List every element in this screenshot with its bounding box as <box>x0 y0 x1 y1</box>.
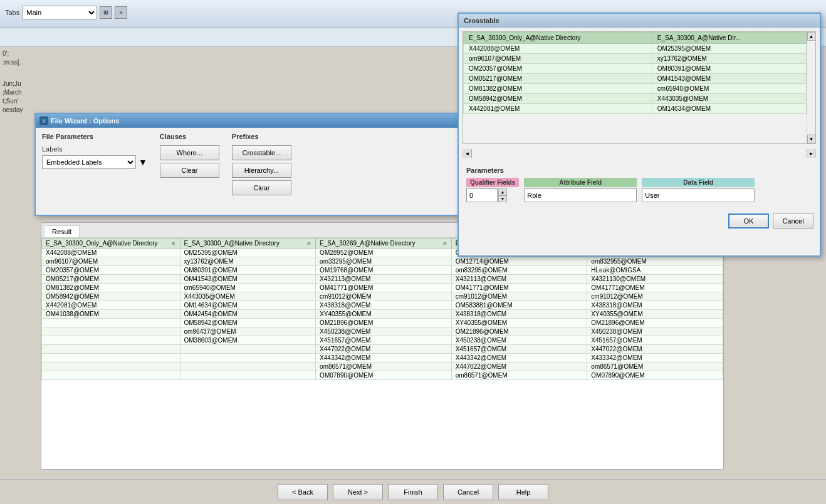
attribute-input[interactable] <box>524 188 637 202</box>
col-3-close[interactable]: ✕ <box>442 240 447 247</box>
left-text-area: 0'; :m:ss[. Jun;Ju ;March t;Sun' nesday <box>0 47 38 235</box>
crosstable-button[interactable]: Crosstable... <box>232 145 291 160</box>
table-cell: OM20357@OMEM <box>42 266 180 275</box>
scroll-up-btn[interactable]: ▲ <box>807 32 816 41</box>
table-cell: om33295@OMEM <box>316 257 452 266</box>
table-cell: OM21896@OMEM <box>316 319 452 327</box>
table-cell: om86571@OMEM <box>316 363 452 371</box>
table-cell <box>180 363 316 371</box>
table-cell: XY40355@OMEM <box>451 319 587 327</box>
cross-col-2: E_SA_30300_A@Native Dir... <box>652 33 806 44</box>
finish-button[interactable]: Finish <box>388 484 438 500</box>
table-cell: OM41771@OMEM <box>451 284 587 292</box>
data-field-label: Data Field <box>642 178 755 187</box>
table-cell: OM25395@OMEM <box>180 249 316 257</box>
spinner-up[interactable]: ▲ <box>498 188 507 195</box>
ok-button[interactable]: OK <box>728 213 769 229</box>
file-wizard-body: File Parameters Labels Embedded Labels ▼… <box>36 128 459 200</box>
next-button[interactable]: Next > <box>333 484 383 500</box>
cross-row: OM81382@OMEM cm65940@OMEM <box>464 84 807 94</box>
table-cell: X450238@OMEM <box>587 327 723 336</box>
file-wizard-title: File Wizard : Options <box>51 117 119 125</box>
text-line-2: :m:ss[. <box>3 58 35 67</box>
table-row: OM58942@OMEMX443035@OMEMcm91012@OMEMcm91… <box>42 292 723 301</box>
labels-dropdown-arrow[interactable]: ▼ <box>139 157 147 167</box>
cross-row: X442088@OMEM OM25395@OMEM <box>464 44 807 54</box>
crosstable-footer: OK Cancel <box>459 210 820 232</box>
file-parameters-section: File Parameters Labels Embedded Labels ▼ <box>42 133 147 195</box>
table-cell: xy13762@OMEM <box>180 257 316 266</box>
text-line-1: 0'; <box>3 49 35 58</box>
cross-cell: OM58942@OMEM <box>464 94 652 104</box>
qualifier-input[interactable] <box>466 188 498 202</box>
text-line-7: nesday <box>3 106 35 115</box>
table-cell: X432113@OMEM <box>451 275 587 284</box>
table-cell: OM41771@OMEM <box>316 284 452 292</box>
cross-table: E_SA_30300_Only_A@Native Directory E_SA_… <box>463 32 807 114</box>
table-cell: OM58942@OMEM <box>42 292 180 301</box>
table-cell <box>42 345 180 354</box>
crosstable-titlebar: Crosstable <box>459 14 820 28</box>
cross-cell: OM14634@OMEM <box>652 104 806 114</box>
wizard-icon: V <box>39 116 48 125</box>
scroll-down-btn[interactable]: ▼ <box>807 135 816 143</box>
table-cell: OM81382@OMEM <box>42 284 180 292</box>
help-button[interactable]: Help <box>498 484 548 500</box>
table-row: om86571@OMEMX447022@OMEMom86571@OMEM <box>42 363 723 371</box>
attribute-field-box: Attribute Field <box>524 178 637 202</box>
result-area: Result E_SA_30300_Only_A@Native Director… <box>41 222 724 470</box>
table-cell: om86571@OMEM <box>451 371 587 380</box>
table-cell: OM38603@OMEM <box>180 336 316 345</box>
cross-cell: X442081@OMEM <box>464 104 652 114</box>
labels-dropdown[interactable]: Embedded Labels <box>42 155 136 169</box>
table-cell: om96107@OMEM <box>42 257 180 266</box>
prefixes-label: Prefixes <box>232 133 291 140</box>
table-cell: OM41543@OMEM <box>180 275 316 284</box>
crosstable-table-scroll[interactable]: E_SA_30300_Only_A@Native Directory E_SA_… <box>463 32 807 143</box>
col-2-close[interactable]: ✕ <box>306 240 311 247</box>
scroll-right-btn[interactable]: ► <box>807 149 815 158</box>
text-line-6: t;Sun' <box>3 97 35 106</box>
qualifier-spinner[interactable]: ▲ ▼ <box>498 188 507 202</box>
tabs-label: Tabs <box>5 9 19 16</box>
table-row: OM07890@OMEMom86571@OMEMOM07890@OMEM <box>42 371 723 380</box>
params-grid: Qualifier Fields ▲ ▼ Attribute Field <box>466 178 812 202</box>
table-cell: X432113@OMEM <box>316 275 452 284</box>
where-button[interactable]: Where... <box>160 145 219 160</box>
table-cell: OM80391@OMEM <box>180 266 316 275</box>
result-table-container[interactable]: E_SA_30300_Only_A@Native Directory ✕ E_S… <box>41 238 723 469</box>
back-button[interactable]: < Back <box>278 484 328 500</box>
cross-cell: cm65940@OMEM <box>652 84 806 94</box>
table-cell <box>42 336 180 345</box>
cross-scrollbar[interactable]: ▲ ▼ <box>807 32 815 143</box>
data-input[interactable] <box>642 188 755 202</box>
qualifier-fields-box: Qualifier Fields ▲ ▼ <box>466 178 519 202</box>
table-cell: cm91012@OMEM <box>587 292 723 301</box>
result-col-3: E_SA_30269_A@Native Directory ✕ <box>316 239 452 249</box>
attribute-field-label: Attribute Field <box>524 178 637 187</box>
clauses-clear-button[interactable]: Clear <box>160 163 219 178</box>
table-cell: cm91012@OMEM <box>451 292 587 301</box>
table-cell: X442081@OMEM <box>42 301 180 310</box>
table-cell: X438318@OMEM <box>316 301 452 310</box>
result-col-2: E_SA_30300_A@Native Directory ✕ <box>180 239 316 249</box>
cancel-nav-button[interactable]: Cancel <box>443 484 493 500</box>
tabs-dropdown[interactable]: Main <box>22 6 97 19</box>
prefixes-clear-button[interactable]: Clear <box>232 180 291 195</box>
clauses-label: Clauses <box>160 133 219 140</box>
toolbar-icon-1[interactable]: ⊞ <box>100 6 112 19</box>
result-tab-label[interactable]: Result <box>44 225 80 237</box>
spinner-down[interactable]: ▼ <box>498 195 507 202</box>
result-table: E_SA_30300_Only_A@Native Directory ✕ E_S… <box>41 238 723 380</box>
crosstable-body: E_SA_30300_Only_A@Native Directory E_SA_… <box>459 28 820 210</box>
table-row: OM20357@OMEMOM80391@OMEMOM19768@OMEMom83… <box>42 266 723 275</box>
toolbar-icon-2[interactable]: ≈ <box>115 6 127 19</box>
table-cell <box>180 345 316 354</box>
scroll-left-btn[interactable]: ◄ <box>463 149 472 158</box>
cross-cell: xy13762@OMEM <box>652 54 806 64</box>
cross-horiz-scrollbar[interactable]: ◄ ► <box>463 149 816 158</box>
hierarchy-button[interactable]: Hierarchy... <box>232 163 291 178</box>
crosstable-cancel-button[interactable]: Cancel <box>773 213 813 229</box>
table-cell: OM07890@OMEM <box>587 371 723 380</box>
col-1-close[interactable]: ✕ <box>171 240 176 247</box>
